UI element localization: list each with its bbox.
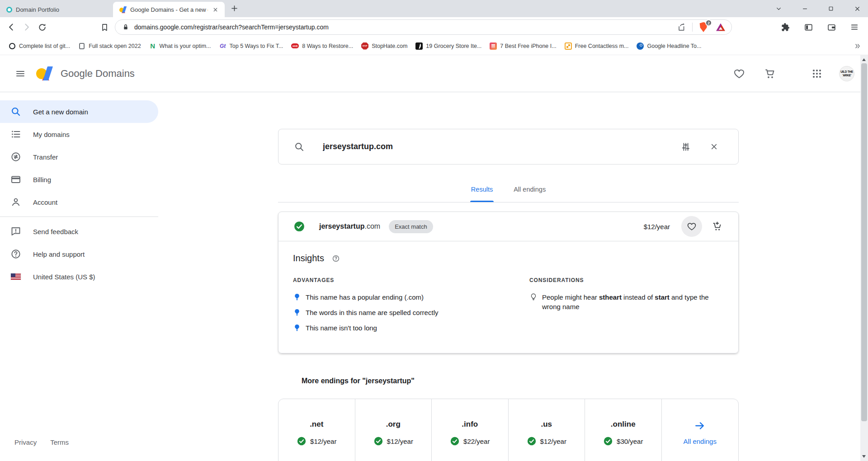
page-scrollbar[interactable] [860, 55, 868, 461]
google-domains-logo[interactable] [36, 66, 54, 80]
cart-plus-icon [712, 221, 723, 232]
bookmarks-overflow-icon[interactable] [852, 42, 863, 50]
advantage-item: This name isn't too long [293, 323, 529, 333]
reload-icon[interactable] [34, 19, 50, 35]
main-menu-icon[interactable] [10, 63, 31, 84]
privacy-link[interactable]: Privacy [14, 438, 37, 446]
legal-links: Privacy Terms [14, 438, 69, 446]
ending-card-us[interactable]: .us $12/year [509, 399, 585, 461]
tab-close-icon[interactable] [212, 6, 219, 14]
brave-shield-icon[interactable]: 2 [698, 22, 709, 33]
ending-card-online[interactable]: .online $30/year [585, 399, 662, 461]
feedback-icon [10, 226, 21, 237]
terms-link[interactable]: Terms [50, 438, 69, 446]
available-check-icon [297, 436, 307, 446]
cart-icon[interactable] [760, 63, 780, 84]
new-tab-button[interactable] [228, 2, 240, 14]
help-icon [10, 249, 21, 259]
advantages-column: ADVANTAGES This name has a popular endin… [293, 277, 529, 339]
address-bar[interactable]: domains.google.com/registrar/search?sear… [115, 19, 732, 35]
book-icon [78, 42, 85, 50]
maximize-icon[interactable] [825, 2, 837, 15]
favorites-heart-icon[interactable] [729, 63, 750, 84]
ending-card-net[interactable]: .net $12/year [278, 399, 355, 461]
consideration-text: People might hear stheart instead of sta… [542, 292, 724, 311]
person-icon [10, 197, 21, 207]
arrow-right-icon [662, 420, 739, 432]
all-endings-card[interactable]: All endings [662, 399, 739, 461]
add-to-cart-button[interactable] [708, 217, 726, 235]
domain-search-input[interactable] [323, 142, 679, 151]
bookmark-item[interactable]: STOP StopHate.com [357, 40, 411, 52]
tab-all-endings[interactable]: All endings [513, 180, 547, 202]
sidebar-item-account[interactable]: Account [0, 191, 158, 213]
forward-icon[interactable] [19, 19, 34, 35]
advantage-item: The words in this name are spelled corre… [293, 308, 529, 317]
sidebar-divider [0, 216, 158, 217]
google-apps-grid-icon[interactable] [807, 63, 827, 84]
domain-price: $12/year [644, 223, 670, 230]
brave-rewards-icon[interactable] [716, 24, 725, 31]
available-check-icon [603, 436, 613, 446]
bookmark-item[interactable]: Free Contactless m... [561, 40, 633, 52]
advantage-item: This name has a popular ending (.com) [293, 292, 529, 302]
bookmark-item[interactable]: N What is your optim... [145, 40, 215, 52]
available-check-icon [293, 221, 305, 232]
toolbar-right [778, 19, 862, 35]
sidebar-item-send-feedback[interactable]: Send feedback [0, 220, 158, 243]
add-favorite-button[interactable] [681, 216, 702, 237]
wallet-icon[interactable] [824, 19, 839, 35]
google-domains-page: Google Domains UILD THE 'ARKE' Get [0, 55, 868, 461]
bookmark-item[interactable]: Complete list of git... [5, 40, 74, 52]
sidebar-item-my-domains[interactable]: My domains [0, 123, 158, 146]
bulb-icon [293, 292, 301, 301]
back-icon[interactable] [4, 19, 19, 35]
share-icon[interactable] [677, 22, 687, 32]
clear-search-icon[interactable] [708, 141, 720, 153]
sidebar-item-billing[interactable]: Billing [0, 168, 158, 191]
result-card: jerseystartup.com Exact match $12/year I… [278, 212, 739, 353]
page-body: Get a new domain My domains Transfer Bil… [0, 92, 868, 461]
tab-google-domains[interactable]: Google Domains - Get a new dom [113, 2, 225, 17]
bookmark-item[interactable]: Full stack open 2022 [74, 40, 145, 52]
bulb-icon [293, 308, 301, 317]
insights-help-icon[interactable] [332, 254, 340, 263]
bookmark-item[interactable]: HUD 8 Ways to Restore... [287, 40, 357, 52]
exact-match-badge: Exact match [389, 220, 433, 233]
bookmark-item[interactable]: 19 Grocery Store Ite... [411, 40, 486, 52]
bookmark-flag-icon[interactable] [97, 19, 112, 35]
browser-menu-icon[interactable] [847, 19, 862, 35]
minimize-icon[interactable] [798, 2, 811, 15]
domain-result-row[interactable]: jerseystartup.com Exact match $12/year [278, 212, 738, 241]
bookmark-item[interactable]: 7 Best Free iPhone I... [486, 40, 560, 52]
browser-toolbar: domains.google.com/registrar/search?sear… [0, 17, 868, 37]
tab-domain-portfolio[interactable]: Domain Portfolio [0, 2, 113, 17]
list-icon [10, 129, 21, 140]
tab-search-chevron-icon[interactable] [772, 2, 785, 15]
bookmark-item[interactable]: Gt Top 5 Ways to Fix T... [215, 40, 288, 52]
sidebar-item-transfer[interactable]: Transfer [0, 146, 158, 168]
url-text[interactable]: domains.google.com/registrar/search?sear… [134, 24, 677, 31]
window-controls [772, 0, 863, 17]
close-window-icon[interactable] [851, 2, 863, 15]
ending-card-info[interactable]: .info $22/year [432, 399, 509, 461]
bookmark-item[interactable]: Google Headline To... [632, 40, 705, 52]
scroll-up-icon[interactable] [862, 58, 866, 61]
ending-card-org[interactable]: .org $12/year [355, 399, 432, 461]
sidebar-item-get-new-domain[interactable]: Get a new domain [0, 100, 158, 123]
tab-title: Google Domains - Get a new dom [130, 6, 208, 13]
google-domains-favicon [119, 6, 127, 13]
more-endings-grid: .net $12/year .org $12/year .info [278, 399, 739, 461]
sidebar-panel-icon[interactable] [801, 19, 816, 35]
filter-tune-icon[interactable] [679, 141, 692, 153]
toolbar-separator [692, 23, 693, 32]
account-avatar[interactable]: UILD THE 'ARKE' [839, 66, 854, 81]
tab-results[interactable]: Results [470, 180, 494, 202]
scroll-down-icon[interactable] [862, 455, 866, 458]
black-tile-icon [415, 42, 423, 50]
extensions-puzzle-icon[interactable] [778, 19, 793, 35]
scrollbar-thumb[interactable] [861, 63, 867, 421]
sidebar-item-region-currency[interactable]: United States (US $) [0, 265, 158, 288]
sidebar-item-help-support[interactable]: Help and support [0, 243, 158, 265]
github-icon [9, 42, 16, 50]
